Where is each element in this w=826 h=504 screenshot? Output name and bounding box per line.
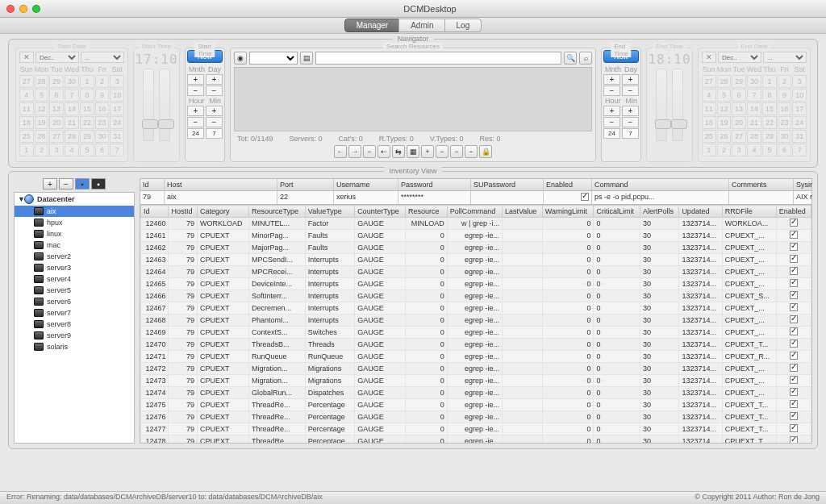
grid-cell[interactable]: 30 [640,242,678,254]
tab-admin[interactable]: Admin [398,19,445,32]
grid-row[interactable]: 1247279CPUEXTMigration...MigrationsGAUGE… [141,363,811,375]
grid-cell[interactable]: egrep -ie... [447,266,502,278]
grid-cell[interactable] [502,363,542,375]
checkbox-icon[interactable] [790,424,798,432]
grid-cell[interactable]: 0 [406,423,448,435]
grid-cell[interactable]: CPUEXT_... [722,363,776,375]
grid-cell[interactable]: 79 [169,399,197,411]
grid-header-cell[interactable]: PollCommand [447,206,502,218]
grid-cell[interactable]: MPCRecei... [248,266,305,278]
grid-cell[interactable] [776,351,811,363]
grid-row[interactable]: 1246179CPUEXTMinorPag...FaultsGAUGE0egre… [141,230,811,242]
grid-row[interactable]: 1246679CPUEXTSoftInterr...InterruptsGAUG… [141,290,811,302]
grid-cell[interactable]: 0 [406,399,448,411]
detail-header-cell[interactable]: Password [398,179,471,190]
grid-row[interactable]: 1246279CPUEXTMajorPag...FaultsGAUGE0egre… [141,242,811,254]
grid-cell[interactable]: GAUGE [355,290,406,302]
grid-cell[interactable]: egrep -ie... [447,230,502,242]
grid-cell[interactable]: 12471 [141,351,169,363]
grid-cell[interactable]: 0 [594,399,640,411]
grid-cell[interactable]: 30 [640,351,678,363]
grid-cell[interactable] [776,290,811,302]
detail-cell[interactable] [544,191,592,204]
grid-cell[interactable]: 0 [594,435,640,444]
grid-cell[interactable]: 30 [640,290,678,302]
grid-row[interactable]: 1246579CPUEXTDeviceInte...InterruptsGAUG… [141,278,811,290]
checkbox-icon[interactable] [790,255,798,263]
grid-cell[interactable]: 12469 [141,327,169,339]
grid-cell[interactable] [502,242,542,254]
detail-header-cell[interactable]: Command [592,179,729,190]
grid-cell[interactable]: 1323714... [679,218,722,230]
end-month-select[interactable]: Dec.. [718,52,761,63]
grid-cell[interactable] [776,387,811,399]
grid-cell[interactable]: 79 [169,314,197,327]
grid-cell[interactable]: 30 [640,399,678,411]
grid-cell[interactable]: CPUEXT [197,254,248,266]
plus-icon[interactable]: + [206,106,223,116]
grid-cell[interactable]: egrep -ie... [447,399,502,411]
grid-cell[interactable]: 0 [542,399,594,411]
detail-header-cell[interactable]: Comments [729,179,794,190]
grid-cell[interactable]: 12466 [141,290,169,302]
checkbox-icon[interactable] [790,339,798,348]
grid-cell[interactable] [776,435,811,444]
grid-cell[interactable]: 12465 [141,278,169,290]
grid-cell[interactable]: CPUEXT_... [722,387,776,399]
grid-cell[interactable]: CPUEXT_... [722,375,776,387]
disclosure-icon[interactable]: ▼ [18,195,21,203]
grid-cell[interactable]: 12463 [141,254,169,266]
grid-cell[interactable] [502,278,542,290]
checkbox-icon[interactable] [790,279,798,287]
grid-cell[interactable]: Migration... [248,363,305,375]
grid-cell[interactable]: Faults [305,242,354,254]
grid-cell[interactable] [502,254,542,266]
grid-cell[interactable]: egrep -ie... [447,254,502,266]
grid-cell[interactable]: 1323714... [679,387,722,399]
grid-cell[interactable]: 30 [640,278,678,290]
grid-cell[interactable]: CPUEXT [197,230,248,242]
grid-row[interactable]: 1246779CPUEXTDecremen...InterruptsGAUGE0… [141,302,811,314]
grid-cell[interactable] [776,314,811,327]
grid-cell[interactable]: 79 [169,302,197,314]
filter-icon[interactable]: ▤ [300,52,313,65]
grid-cell[interactable]: 0 [406,363,448,375]
grid-cell[interactable]: GAUGE [355,314,406,327]
nav-button[interactable]: ▦ [407,145,419,158]
grid-header-cell[interactable]: RRDFile [722,206,776,218]
grid-cell[interactable] [776,218,811,230]
grid-header-cell[interactable]: Updated [679,206,722,218]
detail-header-cell[interactable]: Username [334,179,398,190]
grid-cell[interactable]: 0 [542,387,594,399]
grid-cell[interactable] [502,302,542,314]
grid-cell[interactable]: Factor [305,218,354,230]
grid-row[interactable]: 1246379CPUEXTMPCSendI...InterruptsGAUGE0… [141,254,811,266]
grid-header-cell[interactable]: Enabled [776,206,811,218]
grid-cell[interactable]: 12476 [141,411,169,423]
grid-cell[interactable]: 0 [542,302,594,314]
grid-cell[interactable]: 30 [640,314,678,327]
grid-header-cell[interactable]: Id [141,206,169,218]
grid-cell[interactable]: 0 [406,242,448,254]
tree-item-server7[interactable]: server7 [15,307,134,319]
grid-cell[interactable]: 1323714... [679,327,722,339]
checkbox-icon[interactable] [790,315,798,323]
search-scope-select[interactable] [249,52,298,65]
grid-cell[interactable]: CPUEXT [197,242,248,254]
grid-cell[interactable]: 0 [594,363,640,375]
grid-cell[interactable]: GAUGE [355,375,406,387]
grid-cell[interactable]: 0 [406,327,448,339]
start-calendar[interactable]: SunMonTueWedThuFriSat2728293012345678910… [19,65,124,156]
start-year-select[interactable]: ... [81,52,124,63]
grid-cell[interactable]: Migrations [305,363,354,375]
grid-cell[interactable]: 30 [640,423,678,435]
globe-icon[interactable]: ◉ [234,52,247,65]
grid-cell[interactable]: 1323714... [679,302,722,314]
search-clear-icon[interactable]: ⌕ [579,52,592,65]
grid-cell[interactable]: CPUEXT_... [722,254,776,266]
grid-cell[interactable]: CPUEXT [197,290,248,302]
grid-cell[interactable]: Migrations [305,375,354,387]
grid-cell[interactable]: 79 [169,242,197,254]
grid-cell[interactable]: egrep -ie... [447,411,502,423]
grid-row[interactable]: 1246979CPUEXTContextS...SwitchesGAUGE0eg… [141,327,811,339]
